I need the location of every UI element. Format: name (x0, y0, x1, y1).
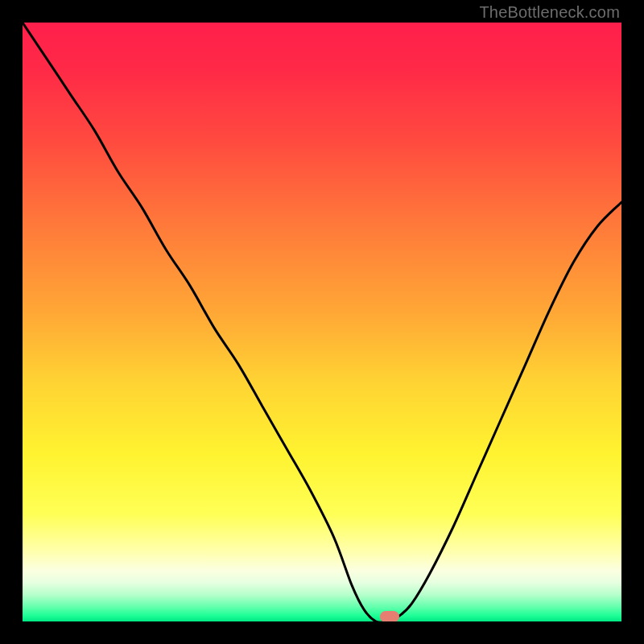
optimal-marker (380, 611, 399, 621)
bottleneck-curve (23, 23, 621, 621)
chart-frame: TheBottleneck.com (0, 0, 644, 644)
plot-area (23, 23, 621, 621)
watermark-text: TheBottleneck.com (479, 3, 620, 22)
